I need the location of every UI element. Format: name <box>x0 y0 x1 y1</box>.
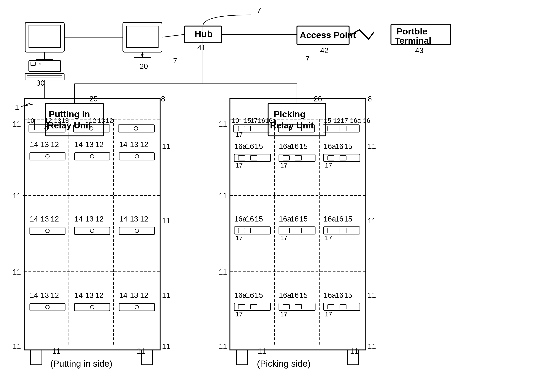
cell-pi-b1-12: 12 <box>51 291 59 299</box>
label-11-pi-leg2: 11 <box>137 347 145 355</box>
label-16-pk-r: 16 <box>363 117 370 124</box>
cell-pi-t3-12: 12 <box>140 140 148 149</box>
label-15-pk-t1: 15 <box>244 117 251 124</box>
label-7-ap: 7 <box>305 55 309 63</box>
label-12-pi-t2: 12 <box>89 117 96 124</box>
pk-t1-17: 17 <box>236 162 243 169</box>
cell-pi-m3-12: 12 <box>140 215 148 223</box>
pk-m1-16a: 16a <box>234 215 247 223</box>
label-43: 43 <box>415 46 424 54</box>
cell-pi-b1-13: 13 <box>41 291 49 299</box>
pk-t2-17: 17 <box>280 162 287 169</box>
pk-b1-16a: 16a <box>234 291 247 299</box>
cell-pi-m2-12: 12 <box>95 215 104 223</box>
cell-pi-m3-13: 13 <box>130 215 138 223</box>
pk-m3-15: 15 <box>344 215 352 223</box>
label-11-pk-1: 11 <box>219 120 227 128</box>
pk-m3-16: 16 <box>335 215 343 223</box>
label-16a-pk-r: 16a <box>350 117 361 124</box>
pk-t2-15: 15 <box>299 142 308 150</box>
picking-relay-line1: Picking <box>274 109 306 119</box>
cell-pi-t2-14: 14 <box>74 140 83 149</box>
cell-pi-b2-12: 12 <box>95 291 104 299</box>
label-12-pi-t1: 12 <box>45 117 52 124</box>
cell-pi-b3-13: 13 <box>130 291 138 299</box>
portable-terminal-line2: Terminal <box>395 36 431 46</box>
label-11-pi-3: 11 <box>13 268 21 276</box>
label-17-pk-cell1: 17 <box>236 131 243 138</box>
label-11-pk-r1: 11 <box>368 142 376 150</box>
pk-t3-16: 16 <box>335 142 343 150</box>
svg-rect-0 <box>0 0 544 392</box>
label-30: 30 <box>36 79 45 87</box>
label-11-pi-1: 11 <box>13 120 21 128</box>
label-13b-pi-t1: 13 <box>61 117 69 124</box>
pk-b2-16: 16 <box>290 291 299 299</box>
cell-pi-m1-12: 12 <box>51 215 59 223</box>
cell-pi-b2-13: 13 <box>85 291 94 299</box>
label-1: 1 <box>15 103 19 111</box>
cell-pi-b3-12: 12 <box>140 291 148 299</box>
pk-t3-16a: 16a <box>324 142 336 150</box>
cell-pi-b3-14: 14 <box>119 291 128 299</box>
picking-relay-line2: Relay Unit <box>270 120 314 130</box>
pk-m2-16: 16 <box>290 215 299 223</box>
cell-pi-t2-12: 12 <box>95 140 104 149</box>
cell-pi-b1-14: 14 <box>30 291 38 299</box>
pk-t2-16: 16 <box>290 142 299 150</box>
pk-b3-15: 15 <box>344 291 352 299</box>
label-12b-pi-t2: 12 <box>106 117 113 124</box>
label-16a-pk-t1: 16a <box>265 117 276 124</box>
cell-pi-t3-13: 13 <box>130 140 138 149</box>
label-11-pi-r2: 11 <box>162 217 170 225</box>
label-11-pk-r2: 11 <box>368 217 376 225</box>
portable-terminal-line1: Portble <box>396 26 427 36</box>
label-15-pk-r: 15 <box>324 117 331 124</box>
label-42: 42 <box>320 46 329 54</box>
cell-pi-m1-13: 13 <box>41 215 49 223</box>
label-11-pi-leg1: 11 <box>52 347 60 355</box>
label-10-pk-t1: 10 <box>232 117 239 124</box>
pk-m3-17: 17 <box>325 234 332 241</box>
cell-pi-t1-14: 14 <box>30 140 38 149</box>
label-20: 20 <box>140 62 148 70</box>
label-13-pi-t2: 13 <box>98 117 105 124</box>
cell-pi-m1-14: 14 <box>30 215 38 223</box>
pk-m2-15: 15 <box>299 215 308 223</box>
label-25: 25 <box>89 95 98 103</box>
pk-b3-16a: 16a <box>324 291 336 299</box>
pk-b2-15: 15 <box>299 291 308 299</box>
access-point-label: Access Point <box>300 30 356 40</box>
label-17-pk-t1: 17 <box>250 117 258 124</box>
cell-pi-t1-12: 12 <box>51 140 59 149</box>
label-11-pi-4: 11 <box>13 342 21 351</box>
pk-b1-17: 17 <box>236 310 243 318</box>
pk-m1-17: 17 <box>236 234 243 241</box>
pk-m3-16a: 16a <box>324 215 336 223</box>
pk-b3-16: 16 <box>335 291 343 299</box>
label-11-pi-r4: 11 <box>162 342 170 351</box>
label-7-hub: 7 <box>173 57 177 65</box>
cell-pi-m3-14: 14 <box>119 215 128 223</box>
cell-pi-t1-13: 13 <box>41 140 49 149</box>
pk-t1-16a: 16a <box>234 142 247 150</box>
pk-t1-15: 15 <box>255 142 263 150</box>
label-7-top: 7 <box>257 6 261 15</box>
pk-m1-15: 15 <box>255 215 263 223</box>
label-13-pi-t1: 13 <box>54 117 61 124</box>
label-121-pk-r: 121 <box>333 117 344 124</box>
pk-b1-15: 15 <box>255 291 263 299</box>
pk-b2-16a: 16a <box>279 291 291 299</box>
label-41: 41 <box>197 44 206 52</box>
label-11-pk-3: 11 <box>219 268 227 276</box>
label-11-pk-r3: 11 <box>368 291 376 299</box>
label-11-pi-r1: 11 <box>162 142 170 150</box>
cell-pi-t2-13: 13 <box>85 140 94 149</box>
label-11-pk-4: 11 <box>219 342 227 351</box>
label-8-right: 8 <box>368 95 372 103</box>
label-11-pk-leg1: 11 <box>258 347 266 355</box>
pk-b2-17: 17 <box>280 310 287 318</box>
label-11-pk-leg2: 11 <box>350 347 358 355</box>
label-11-pi-2: 11 <box>13 192 21 200</box>
cell-pi-t3-14: 14 <box>119 140 128 149</box>
